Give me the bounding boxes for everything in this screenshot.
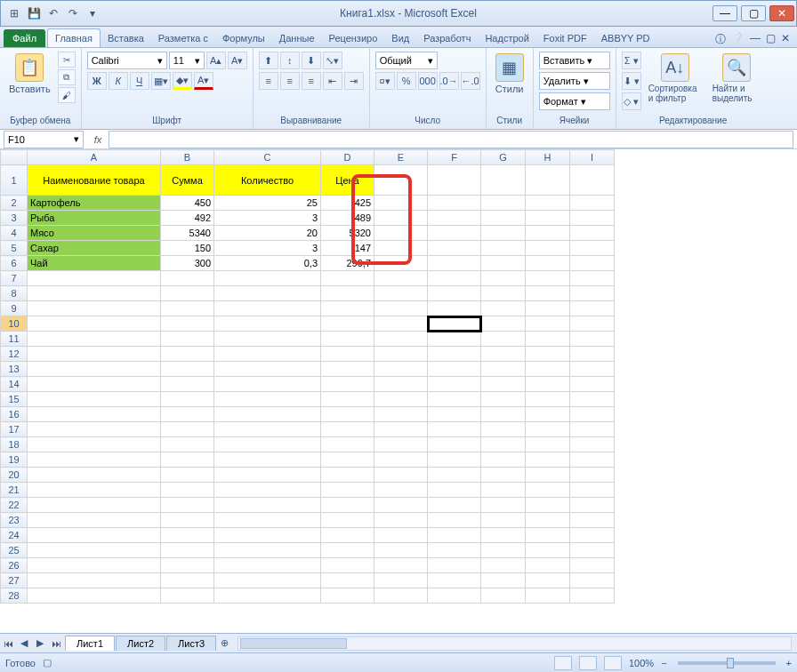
cell-C11[interactable] <box>214 332 321 347</box>
cell-C22[interactable] <box>214 498 321 513</box>
cell-G16[interactable] <box>481 407 526 422</box>
row-header-18[interactable]: 18 <box>1 437 28 452</box>
decrease-indent-icon[interactable]: ⇤ <box>323 72 342 90</box>
cell-C10[interactable] <box>214 316 321 332</box>
cell-I28[interactable] <box>570 588 615 604</box>
orientation-icon[interactable]: ⤡▾ <box>323 52 342 69</box>
tab-foxit[interactable]: Foxit PDF <box>536 29 594 47</box>
row-header-10[interactable]: 10 <box>1 316 28 332</box>
cell-I15[interactable] <box>570 392 615 407</box>
cell-G19[interactable] <box>481 452 526 468</box>
cell-D18[interactable] <box>321 437 374 452</box>
decrease-decimal-icon[interactable]: ←.0 <box>461 72 480 90</box>
cell-A7[interactable] <box>28 271 161 286</box>
cell-A17[interactable] <box>28 422 161 437</box>
fill-button[interactable]: ⬇ ▾ <box>622 72 641 90</box>
ribbon-window-min-icon[interactable]: — <box>750 32 761 47</box>
file-tab[interactable]: Файл <box>4 29 45 47</box>
cell-I11[interactable] <box>570 332 615 347</box>
cell-D11[interactable] <box>321 332 374 347</box>
tab-page-layout[interactable]: Разметка с <box>151 29 215 47</box>
row-header-7[interactable]: 7 <box>1 271 28 286</box>
cell-H4[interactable] <box>526 226 570 241</box>
cell-C21[interactable] <box>214 483 321 498</box>
cell-I1[interactable] <box>570 165 615 196</box>
cell-E22[interactable] <box>374 498 428 513</box>
cell-D19[interactable] <box>321 452 374 468</box>
cell-F13[interactable] <box>428 362 481 377</box>
cell-B20[interactable] <box>161 468 214 483</box>
fill-color-button[interactable]: ◆▾ <box>173 72 192 90</box>
cell-E20[interactable] <box>374 468 428 483</box>
cell-F18[interactable] <box>428 437 481 452</box>
cell-A8[interactable] <box>28 286 161 301</box>
cell-I20[interactable] <box>570 468 615 483</box>
cell-E14[interactable] <box>374 377 428 392</box>
bold-button[interactable]: Ж <box>87 72 107 90</box>
close-button[interactable]: ✕ <box>769 5 794 21</box>
align-center-icon[interactable]: ≡ <box>280 72 300 90</box>
cell-E2[interactable] <box>374 196 428 211</box>
first-sheet-icon[interactable]: ⏮ <box>0 636 16 652</box>
cell-A14[interactable] <box>28 377 161 392</box>
cell-H27[interactable] <box>526 573 570 588</box>
cell-F17[interactable] <box>428 422 481 437</box>
cell-E13[interactable] <box>374 362 428 377</box>
cell-D8[interactable] <box>321 286 374 301</box>
row-header-20[interactable]: 20 <box>1 468 28 483</box>
cell-C17[interactable] <box>214 422 321 437</box>
cell-I19[interactable] <box>570 452 615 468</box>
cell-F19[interactable] <box>428 452 481 468</box>
border-button[interactable]: ▦▾ <box>151 72 171 90</box>
cell-B3[interactable]: 492 <box>161 211 214 226</box>
percent-icon[interactable]: % <box>397 72 416 90</box>
cell-E15[interactable] <box>374 392 428 407</box>
row-header-11[interactable]: 11 <box>1 332 28 347</box>
horizontal-scrollbar[interactable] <box>237 636 792 651</box>
sheet-tab-1[interactable]: Лист1 <box>65 636 115 651</box>
cell-G13[interactable] <box>481 362 526 377</box>
tab-review[interactable]: Рецензиро <box>322 29 385 47</box>
cell-H1[interactable] <box>526 165 570 196</box>
cell-I23[interactable] <box>570 513 615 528</box>
cell-D2[interactable]: 425 <box>321 196 374 211</box>
cell-I8[interactable] <box>570 286 615 301</box>
cell-A22[interactable] <box>28 498 161 513</box>
new-sheet-icon[interactable]: ⊕ <box>216 636 232 652</box>
cell-G2[interactable] <box>481 196 526 211</box>
cell-E26[interactable] <box>374 558 428 573</box>
zoom-out-icon[interactable]: − <box>661 658 666 668</box>
cell-A12[interactable] <box>28 347 161 362</box>
cell-F6[interactable] <box>428 256 481 271</box>
cell-A23[interactable] <box>28 513 161 528</box>
cell-F8[interactable] <box>428 286 481 301</box>
autosum-button[interactable]: Σ ▾ <box>622 52 641 69</box>
cell-A24[interactable] <box>28 528 161 543</box>
row-header-8[interactable]: 8 <box>1 286 28 301</box>
cell-B19[interactable] <box>161 452 214 468</box>
cell-I16[interactable] <box>570 407 615 422</box>
cell-D24[interactable] <box>321 528 374 543</box>
row-header-15[interactable]: 15 <box>1 392 28 407</box>
cell-A13[interactable] <box>28 362 161 377</box>
tab-addins[interactable]: Надстрой <box>478 29 535 47</box>
tab-home[interactable]: Главная <box>47 28 101 47</box>
cell-F23[interactable] <box>428 513 481 528</box>
cell-A2[interactable]: Картофель <box>28 196 161 211</box>
cell-I22[interactable] <box>570 498 615 513</box>
cell-D25[interactable] <box>321 543 374 558</box>
styles-button[interactable]: ▦ Стили <box>492 52 527 96</box>
cell-H5[interactable] <box>526 241 570 256</box>
cell-C2[interactable]: 25 <box>214 196 321 211</box>
cell-F3[interactable] <box>428 211 481 226</box>
cell-G1[interactable] <box>481 165 526 196</box>
underline-button[interactable]: Ч <box>130 72 149 90</box>
cell-B25[interactable] <box>161 543 214 558</box>
redo-icon[interactable]: ↷ <box>65 5 81 21</box>
cell-E21[interactable] <box>374 483 428 498</box>
insert-cells-button[interactable]: Вставить ▾ <box>539 52 610 69</box>
cell-F15[interactable] <box>428 392 481 407</box>
last-sheet-icon[interactable]: ⏭ <box>48 636 64 652</box>
cell-I7[interactable] <box>570 271 615 286</box>
font-color-button[interactable]: A▾ <box>194 72 213 90</box>
